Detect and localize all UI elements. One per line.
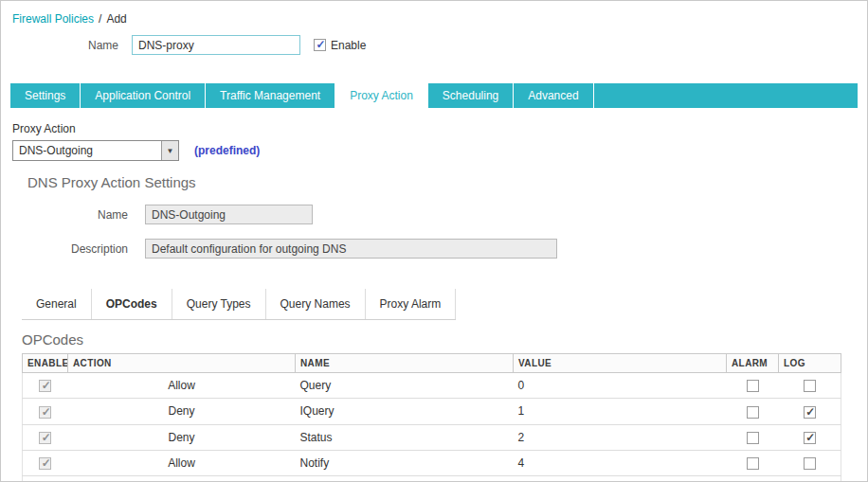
action-cell: Allow	[68, 373, 296, 399]
log-checkbox[interactable]	[804, 406, 816, 419]
column-header-name: NAME	[296, 354, 514, 373]
alarm-checkbox[interactable]	[747, 406, 759, 419]
breadcrumb-separator: /	[99, 12, 101, 26]
tab-traffic-management[interactable]: Traffic Management	[206, 83, 335, 108]
enable-checkbox[interactable]	[314, 39, 326, 51]
tab-advanced[interactable]: Advanced	[514, 83, 593, 108]
alarm-checkbox[interactable]	[747, 457, 759, 470]
proxy-action-selected-value: DNS-Outgoing	[13, 141, 161, 160]
action-name-input	[145, 205, 313, 224]
action-cell: Deny	[68, 424, 296, 450]
opcodes-title: OPCodes	[22, 331, 867, 348]
action-cell: Allow	[68, 476, 296, 482]
policy-name-label: Name	[1, 39, 132, 52]
subtab-general[interactable]: General	[22, 289, 92, 319]
subtab-opcodes[interactable]: OPCodes	[92, 289, 172, 319]
proxy-action-label: Proxy Action	[12, 122, 867, 135]
value-cell: 1	[514, 399, 727, 424]
breadcrumb-firewall-policies-link[interactable]: Firewall Policies	[12, 12, 94, 26]
alarm-checkbox[interactable]	[747, 432, 759, 444]
predefined-note: (predefined)	[194, 144, 260, 157]
alarm-checkbox[interactable]	[747, 380, 759, 392]
tab-settings[interactable]: Settings	[10, 83, 81, 108]
column-header-enabled: ENABLED	[23, 354, 68, 373]
value-cell: 4	[514, 450, 727, 475]
table-row: Allow Query 0	[23, 373, 841, 399]
column-header-action: ACTION	[68, 354, 296, 373]
enabled-checkbox[interactable]	[39, 432, 51, 444]
table-row: Deny IQuery 1	[23, 399, 841, 424]
log-checkbox[interactable]	[804, 432, 816, 444]
action-name-label: Name	[1, 208, 145, 222]
table-row: Allow Notify 4	[23, 450, 841, 475]
enable-wrap: Enable	[314, 39, 366, 52]
tab-scheduling[interactable]: Scheduling	[428, 83, 514, 108]
dns-proxy-settings-title: DNS Proxy Action Settings	[27, 174, 867, 190]
log-checkbox[interactable]	[804, 457, 816, 470]
description-input	[145, 239, 557, 259]
value-cell: 0	[514, 373, 727, 399]
proxy-action-row: DNS-Outgoing ▼ (predefined)	[12, 140, 867, 161]
table-row: Deny Status 2	[23, 424, 841, 450]
description-row: Description	[1, 239, 867, 259]
enabled-checkbox[interactable]	[39, 406, 51, 419]
policy-name-row: Name Enable	[1, 35, 867, 55]
proxy-subtabs: General OPCodes Query Types Query Names …	[22, 289, 456, 320]
subtab-query-types[interactable]: Query Types	[172, 289, 266, 319]
enabled-checkbox[interactable]	[39, 380, 51, 392]
breadcrumb-current: Add	[106, 12, 126, 26]
table-header-row: ENABLED ACTION NAME VALUE ALARM LOG	[23, 354, 841, 373]
name-cell: Status	[296, 424, 514, 450]
opcodes-table: ENABLED ACTION NAME VALUE ALARM LOG Allo…	[22, 353, 841, 482]
firewall-policy-page: Firewall Policies/Add Name Enable Settin…	[0, 0, 868, 482]
value-cell: 2	[514, 424, 727, 450]
enable-label: Enable	[331, 39, 366, 52]
name-cell: Notify	[296, 450, 514, 475]
breadcrumb: Firewall Policies/Add	[1, 1, 867, 26]
action-cell: Allow	[68, 450, 296, 475]
tab-application-control[interactable]: Application Control	[81, 83, 206, 108]
chevron-down-icon[interactable]: ▼	[161, 141, 178, 160]
subtab-proxy-alarm[interactable]: Proxy Alarm	[366, 289, 457, 319]
table-row: Allow Update 5	[23, 476, 841, 482]
column-header-alarm: ALARM	[727, 354, 779, 373]
main-tab-bar: Settings Application Control Traffic Man…	[10, 83, 858, 108]
name-cell: Query	[296, 373, 514, 399]
proxy-action-select[interactable]: DNS-Outgoing ▼	[12, 140, 179, 161]
value-cell: 5	[514, 476, 727, 482]
column-header-value: VALUE	[514, 354, 727, 373]
action-cell: Deny	[68, 399, 296, 424]
subtab-query-names[interactable]: Query Names	[266, 289, 366, 319]
description-label: Description	[1, 242, 145, 256]
name-cell: Update	[296, 476, 514, 482]
column-header-log: LOG	[779, 354, 841, 373]
action-name-row: Name	[1, 205, 867, 224]
name-cell: IQuery	[296, 399, 514, 424]
log-checkbox[interactable]	[804, 380, 816, 392]
policy-name-input[interactable]	[132, 35, 300, 55]
tab-proxy-action[interactable]: Proxy Action	[335, 83, 428, 108]
enabled-checkbox[interactable]	[39, 457, 51, 470]
